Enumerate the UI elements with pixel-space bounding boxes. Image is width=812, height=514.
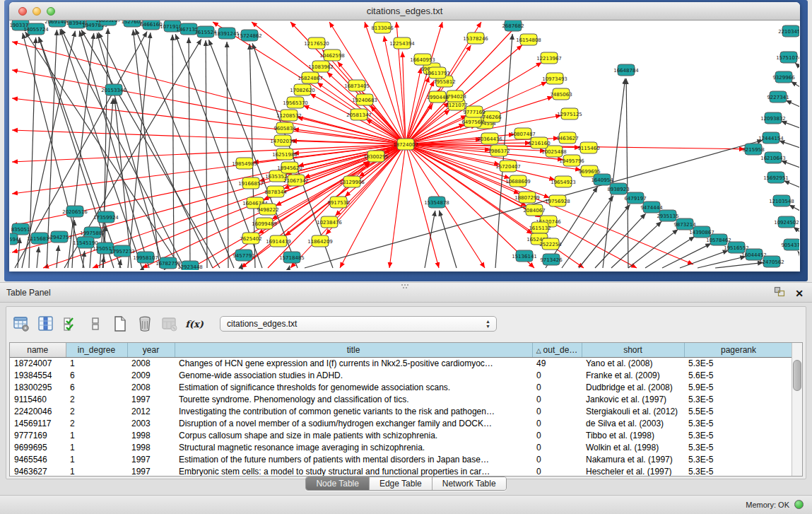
table-tab-bar: Node Table Edge Table Network Table [0, 477, 812, 492]
svg-text:9227341: 9227341 [767, 95, 789, 100]
svg-text:13129906: 13129906 [339, 180, 365, 185]
network-canvas[interactable]: 1903375140557242069140618394411949789310… [10, 21, 799, 270]
zoom-window-button[interactable] [47, 7, 55, 16]
svg-text:12103548: 12103548 [769, 199, 794, 204]
function-builder-icon[interactable]: f(x) [185, 315, 204, 333]
table-row[interactable]: 1872400712008Changes of HCN gene express… [10, 357, 793, 369]
row-height-icon[interactable] [86, 315, 105, 333]
svg-text:8878344: 8878344 [264, 189, 287, 195]
svg-text:16099489: 16099489 [252, 221, 277, 227]
svg-text:15720407: 15720407 [495, 164, 521, 170]
tab-node-table[interactable]: Node Table [306, 477, 370, 490]
node-table-container: name in_degree year title △out_de… short… [9, 342, 803, 477]
scrollbar-thumb[interactable] [793, 360, 801, 391]
svg-text:10025488: 10025488 [541, 149, 567, 155]
svg-text:15824867: 15824867 [298, 76, 323, 81]
svg-text:17082620: 17082620 [290, 88, 315, 93]
svg-text:12942757: 12942757 [47, 235, 72, 240]
memory-status-indicator[interactable] [794, 500, 804, 509]
svg-text:11083962: 11083962 [308, 64, 334, 70]
svg-text:11208532: 11208532 [276, 113, 302, 119]
network-window[interactable]: citations_edges.txt 19033751405572420691… [9, 2, 800, 271]
svg-text:19516552: 19516552 [724, 245, 749, 251]
float-panel-icon[interactable] [774, 286, 785, 300]
column-header-in-degree[interactable]: in_degree [66, 343, 127, 357]
tab-edge-table[interactable]: Edge Table [370, 477, 433, 490]
table-toolbar: f(x) citations_edges.txt ▲▼ [12, 311, 497, 337]
new-table-icon[interactable] [111, 315, 129, 333]
svg-text:9777169: 9777169 [463, 110, 485, 115]
svg-text:10924502: 10924502 [774, 220, 799, 226]
table-panel-title: Table Panel [6, 288, 51, 298]
svg-text:20581347: 20581347 [346, 112, 372, 118]
svg-text:9873214: 9873214 [673, 222, 696, 228]
table-row[interactable]: 2242004622012Investigating the contribut… [10, 405, 793, 417]
panel-resize-handle[interactable] [401, 284, 410, 289]
svg-text:10653287: 10653287 [95, 21, 121, 23]
svg-text:22103458: 22103458 [778, 29, 799, 35]
select-column-icon[interactable] [37, 315, 55, 333]
svg-text:19495796: 19495796 [559, 158, 584, 164]
column-header-pagerank[interactable]: pagerank [684, 343, 793, 357]
svg-text:16648784: 16648784 [613, 68, 639, 74]
svg-text:6216160: 6216160 [528, 141, 550, 146]
table-row[interactable]: 946554611997Estimation of the future num… [10, 453, 793, 465]
table-row[interactable]: 911546021997Tourette syndrome. Phenomeno… [10, 393, 793, 405]
svg-text:19756928: 19756928 [545, 199, 570, 204]
svg-text:9498222: 9498222 [257, 207, 278, 213]
close-window-button[interactable] [18, 7, 27, 16]
table-source-select[interactable]: citations_edges.txt ▲▼ [220, 316, 497, 332]
table-row[interactable]: 977716911998Corpus callosum shape and si… [10, 429, 793, 441]
delete-trash-icon[interactable] [136, 315, 154, 333]
delete-table-disabled-icon [160, 315, 179, 333]
svg-text:12923448: 12923448 [177, 264, 203, 270]
minimize-window-button[interactable] [33, 7, 41, 16]
column-header-title[interactable]: title [175, 343, 532, 357]
table-panel-header: Table Panel ✕ [0, 282, 812, 303]
table-row[interactable]: 1830029562008Estimation of significance … [10, 381, 793, 393]
table-vertical-scrollbar[interactable] [792, 343, 802, 476]
svg-text:12444154: 12444154 [758, 136, 784, 141]
svg-text:15724862: 15724862 [237, 33, 262, 39]
svg-text:18724007: 18724007 [393, 142, 418, 148]
svg-text:6479197: 6479197 [624, 196, 646, 201]
column-header-out-degree[interactable]: △out_de… [532, 343, 582, 357]
svg-text:10807487: 10807487 [510, 132, 536, 137]
table-settings-icon[interactable] [12, 315, 30, 333]
svg-text:12975125: 12975125 [557, 112, 582, 117]
column-header-short[interactable]: short [582, 343, 684, 357]
svg-text:2687682: 2687682 [502, 23, 524, 29]
table-row[interactable]: 1938455462009Genome-wide association stu… [10, 369, 793, 381]
svg-text:10462598: 10462598 [319, 53, 345, 59]
svg-text:9457791: 9457791 [233, 253, 254, 259]
svg-text:6497568: 6497568 [461, 119, 483, 125]
table-row[interactable]: 1456911722003Disruption of a novel membe… [10, 417, 793, 429]
svg-text:16044452: 16044452 [741, 252, 767, 258]
network-window-titlebar[interactable]: citations_edges.txt [9, 2, 800, 21]
svg-text:20206516: 20206516 [62, 209, 88, 215]
table-header-row: name in_degree year title △out_de… short… [10, 343, 793, 357]
svg-text:12213967: 12213967 [536, 56, 562, 62]
svg-text:9474444: 9474444 [640, 205, 663, 211]
svg-text:10238476: 10238476 [317, 220, 342, 226]
svg-text:19166857: 19166857 [238, 181, 264, 187]
svg-text:9699695: 9699695 [578, 169, 600, 175]
svg-text:14055724: 14055724 [23, 27, 49, 33]
svg-text:7986372: 7986372 [488, 148, 510, 154]
svg-text:1990448: 1990448 [426, 95, 448, 100]
svg-text:14702039: 14702039 [270, 139, 295, 144]
svg-text:17957233: 17957233 [110, 249, 135, 255]
svg-text:16210643: 16210643 [760, 156, 786, 161]
column-header-name[interactable]: name [10, 343, 66, 357]
svg-text:9115460: 9115460 [577, 146, 599, 151]
close-panel-icon[interactable]: ✕ [795, 288, 804, 299]
svg-text:12470562: 12470562 [759, 259, 784, 265]
tab-network-table[interactable]: Network Table [433, 477, 506, 490]
table-row[interactable]: 969969511998Structural magnetic resonanc… [10, 441, 793, 453]
table-row[interactable]: 946362711997Embryonic stem cells: a mode… [10, 465, 793, 477]
node-table: name in_degree year title △out_de… short… [10, 343, 794, 477]
svg-text:17359924: 17359924 [93, 215, 119, 221]
column-header-year[interactable]: year [127, 343, 175, 357]
show-columns-checklist-icon[interactable] [61, 315, 80, 333]
table-body: 1872400712008Changes of HCN gene express… [10, 357, 793, 477]
